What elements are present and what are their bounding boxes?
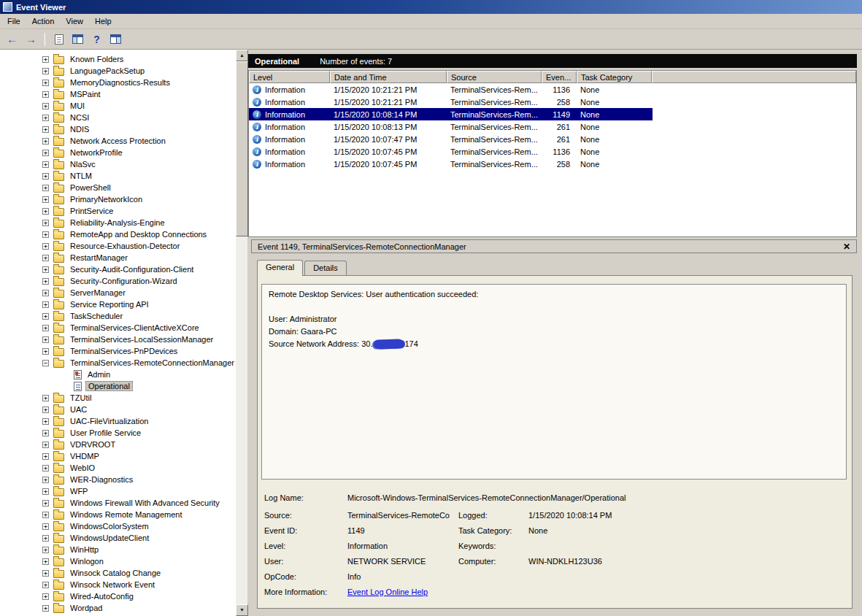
tree-item[interactable]: +Winsock Network Event (0, 579, 235, 590)
tree-item[interactable]: +WER-Diagnostics (0, 474, 235, 485)
expand-icon[interactable]: + (42, 442, 49, 448)
event-row[interactable]: iInformation1/15/2020 10:07:45 PMTermina… (249, 158, 653, 170)
expand-icon[interactable]: + (42, 56, 49, 63)
expand-icon[interactable]: + (42, 313, 49, 320)
tree-item[interactable]: +Security-Audit-Configuration-Client (0, 263, 235, 275)
tree-item[interactable]: +Resource-Exhaustion-Detector (0, 240, 235, 252)
scroll-up-icon[interactable]: ▲ (236, 50, 248, 61)
tree-item[interactable]: +TaskScheduler (0, 310, 235, 322)
expand-icon[interactable]: + (42, 150, 49, 156)
expand-icon[interactable]: + (42, 558, 49, 565)
expand-icon[interactable]: + (42, 208, 49, 215)
collapse-icon[interactable]: − (42, 360, 49, 366)
expand-icon[interactable]: + (42, 185, 49, 191)
expand-icon[interactable]: + (42, 605, 49, 612)
tree-item[interactable]: +WinHttp (0, 544, 235, 555)
menu-action[interactable]: Action (26, 15, 61, 28)
expand-icon[interactable]: + (42, 290, 49, 296)
expand-icon[interactable]: + (42, 477, 49, 483)
event-row[interactable]: iInformation1/15/2020 10:07:47 PMTermina… (249, 133, 653, 145)
tree-item[interactable]: +Reliability-Analysis-Engine (0, 217, 235, 228)
tree-item[interactable]: +WebIO (0, 462, 235, 474)
expand-icon[interactable]: + (42, 173, 49, 180)
action-pane-button[interactable] (107, 31, 124, 47)
menu-view[interactable]: View (60, 15, 89, 28)
back-button[interactable]: ← (4, 31, 20, 47)
expand-icon[interactable]: + (42, 68, 49, 74)
tree-item[interactable]: +NCSI (0, 112, 235, 123)
expand-icon[interactable]: + (42, 430, 49, 436)
tree-item[interactable]: +PowerShell (0, 182, 235, 193)
expand-icon[interactable]: + (42, 418, 49, 425)
tree-item[interactable]: +VHDMP (0, 450, 235, 462)
tree-item[interactable]: +VDRVROOT (0, 439, 235, 450)
expand-icon[interactable]: + (42, 453, 49, 460)
tree-item[interactable]: +PrimaryNetworkIcon (0, 193, 235, 205)
expand-icon[interactable]: + (42, 348, 49, 355)
help-button[interactable]: ? (88, 31, 105, 47)
expand-icon[interactable]: + (42, 395, 49, 401)
tree-item[interactable]: Operational (0, 380, 235, 392)
forward-button[interactable]: → (23, 31, 39, 47)
expand-icon[interactable]: + (42, 465, 49, 471)
tree-item[interactable]: +ServerManager (0, 287, 235, 299)
tree-item[interactable]: +MSPaint (0, 88, 235, 100)
expand-icon[interactable]: + (42, 325, 49, 331)
tree-item[interactable]: +Wired-AutoConfig (0, 590, 235, 602)
tree-item[interactable]: +Wordpad (0, 602, 235, 614)
expand-icon[interactable]: + (42, 243, 49, 250)
tree-item[interactable]: +WindowsColorSystem (0, 520, 235, 532)
tree-item[interactable]: +Windows Remote Management (0, 509, 235, 520)
expand-icon[interactable]: + (42, 103, 49, 109)
expand-icon[interactable]: + (42, 266, 49, 273)
expand-icon[interactable]: + (42, 231, 49, 238)
expand-icon[interactable]: + (42, 407, 49, 413)
tree-item[interactable]: +User Profile Service (0, 427, 235, 439)
expand-icon[interactable]: + (42, 161, 49, 168)
tree-item[interactable]: +PrintService (0, 205, 235, 217)
tree-item[interactable]: +MUI (0, 100, 235, 112)
tree-item[interactable]: +Service Reporting API (0, 299, 235, 310)
tree-item[interactable]: −TerminalServices-RemoteConnectionManage… (0, 357, 235, 369)
expand-icon[interactable]: + (42, 138, 49, 145)
expand-icon[interactable]: + (42, 126, 49, 133)
scroll-down-icon[interactable]: ▼ (236, 604, 248, 616)
expand-icon[interactable]: + (42, 512, 49, 518)
expand-icon[interactable]: + (42, 278, 49, 285)
expand-icon[interactable]: + (42, 547, 49, 553)
show-console-tree-button[interactable] (69, 31, 86, 47)
tree-item[interactable]: +MemoryDiagnostics-Results (0, 77, 235, 88)
event-row[interactable]: iInformation1/15/2020 10:08:14 PMTermina… (249, 108, 653, 120)
tree-item[interactable]: +Windows Firewall With Advanced Security (0, 497, 235, 509)
expand-icon[interactable]: + (42, 196, 49, 203)
expand-icon[interactable]: + (42, 301, 49, 308)
tree-item[interactable]: +RemoteApp and Desktop Connections (0, 228, 235, 240)
expand-icon[interactable]: + (42, 91, 49, 98)
tree-item[interactable]: +TerminalServices-LocalSessionManager (0, 334, 235, 345)
titlebar[interactable]: Event Viewer (0, 0, 862, 14)
column-header-datetime[interactable]: Date and Time (330, 71, 447, 83)
tab-details[interactable]: Details (304, 261, 347, 275)
event-row[interactable]: iInformation1/15/2020 10:07:45 PMTermina… (249, 145, 653, 158)
expand-icon[interactable]: + (42, 336, 49, 343)
tree-item[interactable]: +LanguagePackSetup (0, 65, 235, 77)
tree-item[interactable]: +TZUtil (0, 392, 235, 404)
event-log-online-help-link[interactable]: Event Log Online Help (347, 588, 458, 596)
tree-item[interactable]: +Network Access Protection (0, 135, 235, 147)
tree-item[interactable]: +Winlogon (0, 555, 235, 567)
expand-icon[interactable]: + (42, 523, 49, 530)
close-icon[interactable]: ✕ (843, 242, 850, 251)
tree-item[interactable]: +NetworkProfile (0, 147, 235, 158)
event-row[interactable]: iInformation1/15/2020 10:21:21 PMTermina… (249, 96, 653, 108)
tree-item[interactable]: +RestartManager (0, 252, 235, 263)
tree-item[interactable]: +Winsock Catalog Change (0, 567, 235, 579)
tree-item[interactable]: +NTLM (0, 170, 235, 182)
expand-icon[interactable]: + (42, 500, 49, 507)
expand-icon[interactable]: + (42, 582, 49, 588)
export-list-button[interactable] (50, 31, 67, 47)
expand-icon[interactable]: + (42, 570, 49, 577)
event-row[interactable]: iInformation1/15/2020 10:08:13 PMTermina… (249, 120, 653, 133)
column-header-event_id[interactable]: Even... (542, 71, 577, 83)
column-header-category[interactable]: Task Category (577, 71, 652, 83)
tree-scrollbar[interactable]: ▲ ▼ (235, 50, 247, 616)
